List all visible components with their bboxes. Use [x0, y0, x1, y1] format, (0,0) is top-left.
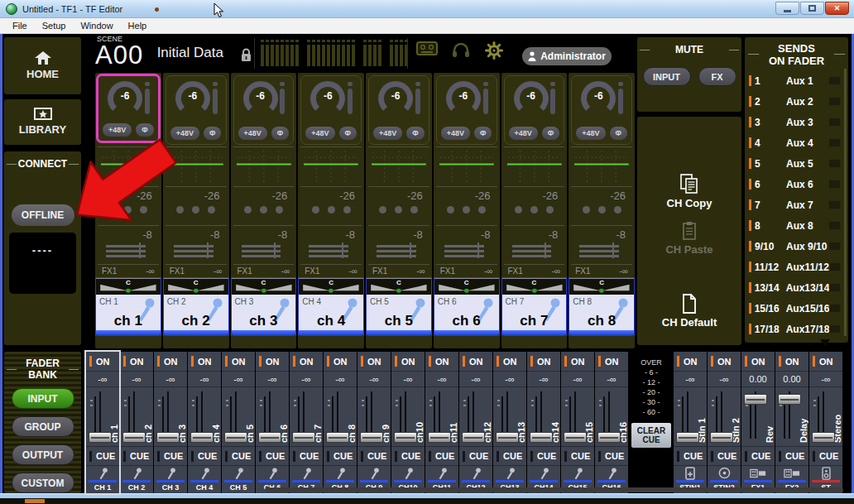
cue-button[interactable]: CUE: [425, 447, 458, 466]
gain-knob[interactable]: -6: [175, 81, 210, 116]
gate-display[interactable]: -26: [571, 186, 632, 225]
phase-button[interactable]: Φ: [271, 127, 289, 140]
clear-cue-button[interactable]: CLEAR CUE: [631, 423, 671, 448]
eq-display[interactable]: [233, 146, 295, 186]
fader-cap[interactable]: [564, 432, 587, 443]
cue-button[interactable]: CUE: [324, 447, 357, 466]
fader[interactable]: ch 4: [188, 387, 221, 447]
on-button[interactable]: ON: [256, 352, 289, 372]
horizontal-scrollbar[interactable]: [265, 487, 843, 492]
phase-button[interactable]: Φ: [542, 127, 559, 140]
fader[interactable]: StIn 1: [674, 387, 707, 447]
minimize-button[interactable]: [775, 2, 799, 15]
fader-cap[interactable]: [394, 432, 417, 443]
eq-display[interactable]: [300, 146, 362, 186]
on-button[interactable]: ON: [120, 352, 153, 372]
fader[interactable]: ch 7: [290, 387, 323, 447]
menu-item[interactable]: Window: [73, 21, 120, 31]
cue-button[interactable]: CUE: [290, 447, 323, 466]
pan-control[interactable]: C: [502, 278, 567, 295]
channel-nameplate[interactable]: CH 5 ch 5: [367, 295, 431, 330]
phase-button[interactable]: Φ: [406, 127, 424, 140]
cue-button[interactable]: CUE: [741, 447, 775, 466]
settings-gear-icon[interactable]: [485, 41, 503, 63]
fader-strip[interactable]: ON -∞ ch 4 CUE CH: [188, 352, 221, 493]
channel-nameplate[interactable]: CH 2 ch 2: [164, 295, 228, 330]
fader[interactable]: Rev: [741, 387, 775, 447]
fader-cap[interactable]: [778, 394, 801, 405]
close-button[interactable]: ✕: [825, 2, 849, 15]
fader-cap[interactable]: [190, 432, 214, 443]
channel-input-section[interactable]: -6 +48V Φ: [368, 75, 429, 145]
fader-cap[interactable]: [710, 432, 733, 443]
on-button[interactable]: ON: [425, 352, 458, 372]
fader-strip[interactable]: ON -∞ ch 9 CUE CH: [357, 352, 391, 493]
fader-cap[interactable]: [812, 432, 835, 443]
fader[interactable]: ch 3: [154, 387, 187, 447]
channel-input-section[interactable]: -6 +48V Φ: [436, 75, 497, 145]
comp-display[interactable]: -8: [504, 225, 565, 264]
cue-button[interactable]: CUE: [120, 447, 153, 466]
phantom-48v-button[interactable]: +48V: [238, 127, 267, 140]
gain-knob[interactable]: -6: [446, 81, 481, 116]
phase-button[interactable]: Φ: [339, 127, 357, 140]
channel-strip[interactable]: -6 +48V Φ -26: [501, 73, 568, 348]
ch-default-button[interactable]: CH Default: [637, 294, 741, 329]
channel-input-section[interactable]: -6 +48V Φ: [233, 75, 295, 145]
fx-send-row[interactable]: FX1 -∞: [571, 264, 632, 276]
comp-display[interactable]: -8: [300, 225, 362, 264]
channel-strip[interactable]: -6 +48V Φ -26: [569, 73, 635, 348]
fader[interactable]: StIn 2: [708, 387, 741, 447]
phantom-48v-button[interactable]: +48V: [305, 127, 334, 140]
on-button[interactable]: ON: [595, 352, 628, 372]
channel-nameplate[interactable]: CH 1 ch 1: [96, 295, 161, 330]
on-button[interactable]: ON: [391, 352, 425, 372]
fader-cap[interactable]: [122, 432, 146, 443]
cue-button[interactable]: CUE: [493, 447, 526, 466]
maximize-button[interactable]: [800, 2, 824, 15]
cue-button[interactable]: CUE: [222, 447, 255, 466]
cue-button[interactable]: CUE: [256, 447, 289, 466]
fader-cap[interactable]: [496, 432, 519, 443]
scene-block[interactable]: SCENE A00 Initial Data: [95, 35, 223, 72]
pan-control[interactable]: C: [232, 278, 296, 295]
cue-button[interactable]: CUE: [391, 447, 425, 466]
connect-status-button[interactable]: OFFLINE: [12, 204, 74, 226]
fader-strip[interactable]: ON -∞ ch12 CUE CH1: [459, 352, 492, 493]
channel-input-section[interactable]: -6 +48V Φ: [96, 74, 161, 143]
fx-send-row[interactable]: FX1 -∞: [300, 264, 362, 276]
fader[interactable]: ch15: [561, 387, 594, 447]
cue-button[interactable]: CUE: [527, 447, 560, 466]
fader-cap[interactable]: [360, 432, 383, 443]
menu-item[interactable]: Help: [121, 21, 155, 31]
recorder-icon[interactable]: [416, 41, 438, 60]
gate-display[interactable]: -26: [436, 186, 497, 225]
fader-strip[interactable]: ON -∞ ch15 CUE CH1: [561, 352, 594, 493]
pan-control[interactable]: C: [434, 278, 499, 295]
fader-strip[interactable]: ON 0.00 Rev CUE FX: [741, 352, 775, 493]
on-button[interactable]: ON: [188, 352, 221, 372]
cue-button[interactable]: CUE: [595, 447, 628, 466]
phantom-48v-button[interactable]: +48V: [170, 127, 199, 140]
fader-strip[interactable]: ON -∞ ch 7 CUE CH: [290, 352, 323, 493]
send-row[interactable]: 1 Aux 1: [749, 70, 841, 91]
gain-knob[interactable]: -6: [310, 81, 345, 116]
eq-display[interactable]: [166, 146, 227, 186]
on-button[interactable]: ON: [527, 352, 560, 372]
gain-knob[interactable]: -6: [581, 81, 616, 116]
channel-strip[interactable]: -6 +48V Φ -26: [231, 73, 297, 348]
send-row[interactable]: 17/18 Aux17/18: [749, 319, 841, 339]
headphones-icon[interactable]: [452, 41, 470, 61]
fader-cap[interactable]: [744, 394, 767, 405]
send-row[interactable]: 5 Aux 5: [749, 153, 841, 174]
fader[interactable]: ch10: [391, 387, 425, 447]
on-button[interactable]: ON: [290, 352, 323, 372]
fader[interactable]: ch 1: [86, 387, 119, 447]
send-row[interactable]: 7 Aux 7: [749, 194, 841, 215]
on-button[interactable]: ON: [357, 352, 391, 372]
phase-button[interactable]: Φ: [610, 127, 627, 140]
fader-cap[interactable]: [156, 432, 180, 443]
on-button[interactable]: ON: [324, 352, 357, 372]
channel-input-section[interactable]: -6 +48V Φ: [166, 75, 227, 145]
eq-display[interactable]: [98, 146, 159, 186]
